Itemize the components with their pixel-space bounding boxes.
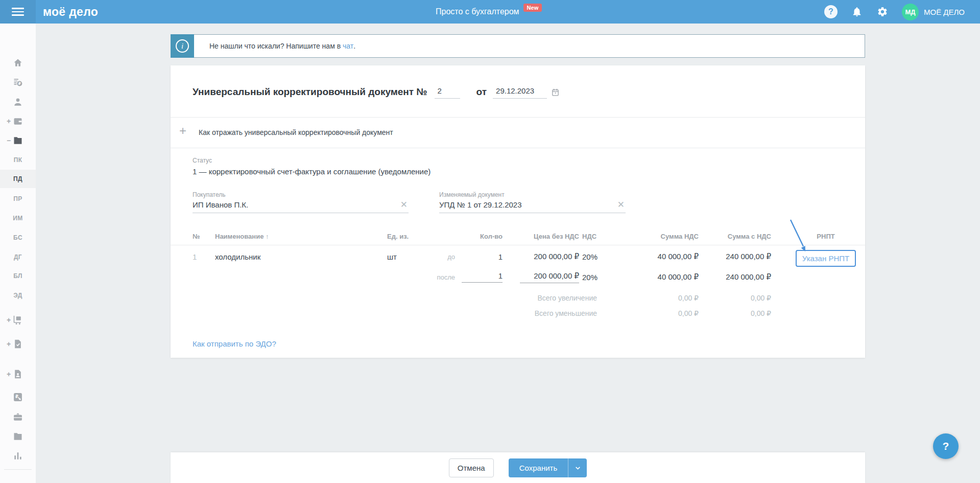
collapse-minus-icon: −	[7, 137, 11, 144]
sidebar-item-bs[interactable]: БС	[0, 228, 36, 247]
ruble-cursor-icon: ₽	[13, 392, 23, 402]
expand-plus-icon: +	[7, 371, 11, 378]
hamburger-menu-icon[interactable]	[0, 0, 36, 24]
sidebar-item-pr[interactable]: ПР	[0, 190, 36, 208]
col-header-qty: Кол-во	[455, 233, 503, 240]
before-label: до	[421, 253, 455, 261]
how-to-reflect-toggle[interactable]: + Как отражать универсальный корректиров…	[171, 123, 865, 142]
item-name: холодильник	[215, 252, 387, 261]
total-decrease-label: Всего уменьшение	[171, 309, 600, 317]
save-button[interactable]: Сохранить	[509, 458, 568, 477]
document-person-icon	[13, 369, 23, 379]
col-header-rnpt: РНПТ	[771, 233, 865, 240]
sidebar-item-home[interactable]	[0, 54, 36, 72]
chart-bars-icon	[13, 451, 23, 461]
sidebar-item-ed[interactable]: ЭД	[0, 286, 36, 305]
document-date-input[interactable]: 29.12.2023	[493, 85, 547, 99]
sidebar-item-business[interactable]	[0, 408, 36, 426]
account-menu[interactable]: МД МОЁ ДЕЛО	[902, 4, 965, 20]
sidebar-item-pd[interactable]: ПД	[0, 170, 36, 188]
before-qty: 1	[455, 252, 503, 261]
sidebar-item-payments[interactable]: ₽	[0, 388, 36, 406]
item-unit: шт	[387, 252, 421, 261]
row-number: 1	[171, 252, 215, 261]
col-header-price: Цена без НДС	[503, 233, 579, 240]
from-label: от	[476, 86, 487, 98]
total-increase-label: Всего увеличение	[171, 294, 600, 302]
before-vat-sum: 40 000,00 ₽	[600, 252, 699, 261]
page-title: Универсальный корректировочный документ …	[193, 86, 427, 98]
account-name: МОЁ ДЕЛО	[924, 8, 965, 16]
promo-text: Просто с бухгалтером	[436, 7, 519, 16]
document-number-input[interactable]: 2	[435, 85, 460, 99]
sidebar-item-hr[interactable]: +	[0, 365, 36, 383]
svg-text:₽: ₽	[15, 394, 18, 399]
total-increase-total: 0,00 ₽	[699, 294, 771, 302]
buyer-input[interactable]: ИП Иванов П.К.	[193, 200, 248, 209]
folder-open-icon	[13, 135, 23, 146]
divider	[171, 148, 865, 148]
sidebar-item-dg[interactable]: ДГ	[0, 248, 36, 266]
sidebar-item-im[interactable]: ИМ	[0, 209, 36, 227]
app-logo[interactable]: моё дело	[43, 0, 98, 24]
promo-banner[interactable]: Просто с бухгалтером New	[436, 0, 542, 24]
edo-help-link[interactable]: Как отправить по ЭДО?	[193, 339, 276, 348]
sidebar-item-pk[interactable]: ПК	[0, 151, 36, 169]
before-total: 240 000,00 ₽	[699, 252, 771, 261]
sidebar-item-contractors[interactable]	[0, 93, 36, 111]
cart-dolly-icon	[13, 315, 23, 325]
divider	[171, 117, 865, 118]
sidebar-item-money[interactable]: ₽	[0, 73, 36, 91]
table-row-after: после 1 200 000,00 ₽ 20% 40 000,00 ₽ 240…	[171, 268, 865, 286]
document-card: Универсальный корректировочный документ …	[171, 65, 865, 358]
clear-icon[interactable]: ✕	[399, 200, 409, 209]
items-table: № Наименование ↑ Ед. из. Кол-во Цена без…	[171, 228, 865, 321]
sidebar: ₽ + − ПК ПД ПР ИМ БС ДГ БЛ ЭД + + + ₽	[0, 24, 36, 483]
table-header-row: № Наименование ↑ Ед. из. Кол-во Цена без…	[171, 228, 865, 245]
info-banner: i Не нашли что искали? Напишите нам в ча…	[171, 34, 865, 58]
gear-icon[interactable]	[876, 6, 889, 18]
folder-icon	[13, 431, 23, 442]
sidebar-item-documents[interactable]: −	[0, 131, 36, 150]
sidebar-item-bl[interactable]: БЛ	[0, 267, 36, 285]
sidebar-item-analytics[interactable]	[0, 447, 36, 465]
info-icon: i	[171, 34, 194, 58]
person-icon	[13, 97, 23, 107]
sidebar-item-mobile-app[interactable]	[0, 479, 36, 483]
save-dropdown-button[interactable]	[568, 458, 587, 477]
home-icon	[13, 58, 23, 68]
calendar-icon[interactable]	[551, 88, 560, 97]
col-header-name[interactable]: Наименование ↑	[215, 233, 387, 240]
col-header-num: №	[171, 233, 215, 240]
wallet-icon	[13, 116, 23, 126]
after-vat[interactable]: 20%	[579, 273, 600, 282]
document-check-icon	[13, 339, 23, 349]
bell-icon[interactable]	[851, 6, 863, 18]
rnpt-button[interactable]: Указан РНПТ	[796, 250, 856, 267]
col-header-vat-sum: Сумма НДС	[600, 233, 699, 240]
sidebar-item-files[interactable]	[0, 427, 36, 446]
before-vat: 20%	[579, 252, 600, 261]
after-price-input[interactable]: 200 000,00 ₽	[520, 271, 579, 283]
topbar: моё дело Просто с бухгалтером New ? МД М…	[0, 0, 980, 24]
source-document-field: Изменяемый документ УПД № 1 от 29.12.202…	[439, 191, 626, 213]
table-row-before: 1 холодильник шт до 1 200 000,00 ₽ 20% 4…	[171, 245, 865, 268]
avatar: МД	[902, 4, 919, 20]
expand-plus-icon: +	[7, 316, 11, 324]
expand-plus-icon: +	[7, 340, 11, 348]
after-total: 240 000,00 ₽	[699, 272, 771, 282]
support-fab[interactable]: ?	[933, 433, 959, 459]
briefcase-icon	[13, 412, 23, 422]
totals-row-increase: Всего увеличение 0,00 ₽ 0,00 ₽	[171, 290, 865, 306]
sidebar-item-warehouse[interactable]: +	[0, 311, 36, 329]
sidebar-item-acts[interactable]: +	[0, 335, 36, 353]
after-qty-input[interactable]: 1	[462, 271, 503, 283]
sidebar-item-wallet[interactable]: +	[0, 112, 36, 130]
after-label: после	[421, 273, 455, 281]
help-icon[interactable]: ?	[824, 5, 838, 18]
total-decrease-total: 0,00 ₽	[699, 309, 771, 317]
cancel-button[interactable]: Отмена	[449, 458, 494, 477]
clear-icon[interactable]: ✕	[616, 200, 626, 209]
source-document-input[interactable]: УПД № 1 от 29.12.2023	[439, 200, 522, 209]
chat-link[interactable]: чат	[343, 42, 353, 50]
